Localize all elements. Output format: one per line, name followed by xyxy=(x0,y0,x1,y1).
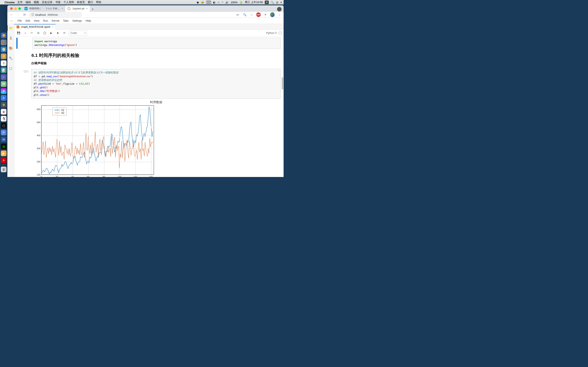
menu-help[interactable]: 帮助 xyxy=(96,0,101,4)
battery-icon[interactable]: 🔋 xyxy=(240,1,243,4)
reload-button[interactable]: ⟳ xyxy=(22,13,26,17)
run-button[interactable]: ▶ xyxy=(49,31,53,34)
filebrowser-icon[interactable]: 📁 xyxy=(7,25,14,31)
translate-icon[interactable]: ⇄ xyxy=(235,12,240,17)
paste-button[interactable]: 📋 xyxy=(43,31,47,34)
dock-reminders[interactable]: ✓ xyxy=(1,74,7,80)
dock-activity[interactable]: ▤ xyxy=(1,143,7,149)
code-editor[interactable]: ## 读取时间序列数据,该数据包含:X1为飞机乘客数据,X2为一组随机数据 df… xyxy=(31,69,281,99)
cat-icon[interactable]: 🐱 xyxy=(201,1,204,4)
close-tab-icon[interactable]: × xyxy=(62,7,63,10)
kernel-status-icon[interactable] xyxy=(279,32,282,34)
menu-edit[interactable]: 编辑 xyxy=(26,0,31,4)
siri-icon[interactable]: ◎ xyxy=(276,1,278,4)
back-button[interactable]: ← xyxy=(9,13,13,17)
dock-maps[interactable]: 🗺 xyxy=(1,81,7,87)
volume-icon[interactable]: 🔊 xyxy=(225,1,229,4)
dock-launchpad[interactable]: 🚀 xyxy=(1,40,7,45)
code-cell[interactable]: [3]: ## 读取时间序列数据,该数据包含:X1为飞机乘客数据,X2为一组随机… xyxy=(17,69,281,99)
dock-trash[interactable]: 🗑 xyxy=(1,167,7,172)
zoom-icon[interactable]: 🔍 xyxy=(242,12,247,17)
jlab-main: chap6_时间序列分析.ipynb × 💾 ＋ ✂ ⧉ 📋 ▶ ■ ⟳ Cod… xyxy=(14,24,284,177)
browser-tab-jupyterlab[interactable]: JupyterLab × xyxy=(65,5,90,12)
jmenu-file[interactable]: File xyxy=(17,19,22,22)
dock-calendar[interactable]: 9 xyxy=(1,60,7,66)
close-tab-icon[interactable]: × xyxy=(52,25,53,28)
close-tab-icon[interactable]: × xyxy=(86,7,87,10)
dock-terminal[interactable]: ▢ xyxy=(1,123,7,128)
omnibox[interactable]: ⓘ localhost:8888/lab xyxy=(29,12,82,17)
menu-tabs[interactable]: 标签页 xyxy=(77,0,85,4)
jmenu-kernel[interactable]: Kernel xyxy=(52,19,60,22)
app-name[interactable]: Chrome xyxy=(4,1,15,4)
tools-icon[interactable]: 🔧 xyxy=(7,55,14,61)
clock[interactable]: 周三 上午10:50 xyxy=(245,0,263,4)
menu-bookmarks[interactable]: 书签 xyxy=(55,0,61,4)
tabs-icon[interactable]: ▢ xyxy=(7,66,14,71)
new-tab-button[interactable]: ＋ xyxy=(90,6,95,12)
profile-avatar[interactable] xyxy=(270,12,275,17)
dock-notes[interactable]: 📝 xyxy=(1,67,7,73)
dock-finder[interactable]: 😊 xyxy=(1,33,7,38)
notification-center-icon[interactable]: ≡ xyxy=(280,1,282,4)
dock-rstudio[interactable]: R xyxy=(1,130,7,135)
dock-acrobat[interactable]: A xyxy=(1,157,7,163)
notebook-area[interactable]: import warnings warnings.filterwarnings(… xyxy=(14,36,284,177)
copy-button[interactable]: ⧉ xyxy=(36,31,40,35)
wifi-icon[interactable]: ⌔ xyxy=(222,1,223,4)
dock-qq[interactable]: 🐧 xyxy=(1,116,7,122)
dock-safari[interactable]: 🧭 xyxy=(1,47,7,52)
dock-contacts[interactable]: 📒 xyxy=(1,53,7,59)
spotlight-icon[interactable]: 🔍 xyxy=(271,1,274,4)
window-controls xyxy=(9,5,22,12)
jmenu-help[interactable]: Help xyxy=(86,19,91,22)
markdown-cell[interactable]: 6.1 时间序列的相关检验 白噪声检验 xyxy=(17,50,281,67)
extensions-icon[interactable]: ✦ xyxy=(263,12,268,17)
bluetooth-icon[interactable]: ⧺ xyxy=(217,1,220,4)
stop-button[interactable]: ■ xyxy=(56,31,60,34)
bookmark-star-icon[interactable]: ☆ xyxy=(249,12,254,17)
site-info-icon[interactable]: ⓘ xyxy=(31,13,34,17)
code-editor[interactable]: import warnings warnings.filterwarnings(… xyxy=(32,38,281,49)
dock-chrome[interactable]: ◉ xyxy=(1,109,7,115)
menu-view[interactable]: 视图 xyxy=(34,0,39,4)
jupyter-logo-icon[interactable] xyxy=(9,18,14,23)
jmenu-edit[interactable]: Edit xyxy=(26,19,30,22)
creative-cloud-icon[interactable]: ◐ xyxy=(213,1,215,4)
dock-vlc[interactable]: ▶ xyxy=(1,150,7,156)
dock-appstore[interactable]: A xyxy=(1,95,7,101)
scrollbar-thumb[interactable] xyxy=(282,77,283,90)
cell-focus-bar xyxy=(16,38,17,49)
notebook-tab[interactable]: chap6_时间序列分析.ipynb × xyxy=(14,24,56,30)
menu-file[interactable]: 文件 xyxy=(17,0,23,4)
insert-cell-button[interactable]: ＋ xyxy=(23,31,27,35)
maximize-window-button[interactable] xyxy=(18,7,21,10)
jmenu-settings[interactable]: Settings xyxy=(72,19,82,22)
profile-chip[interactable] xyxy=(277,7,282,11)
chrome-menu-icon[interactable]: ⋮ xyxy=(277,12,282,17)
save-button[interactable]: 💾 xyxy=(16,31,21,34)
menu-window[interactable]: 窗口 xyxy=(88,0,93,4)
screenrec-icon[interactable]: ◉ xyxy=(197,1,199,4)
jmenu-view[interactable]: View xyxy=(34,19,39,22)
kernel-name[interactable]: Python 3 xyxy=(266,31,277,34)
ime-indicator[interactable]: 拼 xyxy=(265,1,269,4)
forward-button[interactable]: → xyxy=(16,13,20,17)
dock-photos[interactable]: ✿ xyxy=(1,88,7,94)
close-window-button[interactable] xyxy=(10,7,13,10)
minimize-window-button[interactable] xyxy=(14,7,17,10)
dock-word[interactable]: W xyxy=(1,137,7,142)
cut-button[interactable]: ✂ xyxy=(29,31,34,34)
celltype-select[interactable]: Code xyxy=(69,31,87,35)
code-cell[interactable]: import warnings warnings.filterwarnings(… xyxy=(16,38,281,49)
jmenu-tabs[interactable]: Tabs xyxy=(63,19,69,22)
restart-button[interactable]: ⟳ xyxy=(62,31,67,34)
commands-icon[interactable]: 🎨 xyxy=(7,45,14,51)
menu-history[interactable]: 历史记录 xyxy=(42,0,52,4)
dock-settings[interactable]: ⚙ xyxy=(1,102,7,108)
menu-profiles[interactable]: 个人资料 xyxy=(63,0,74,4)
adblock-icon[interactable]: ABP xyxy=(256,12,261,17)
jmenu-run[interactable]: Run xyxy=(43,19,48,22)
running-icon[interactable]: 🏃 xyxy=(7,35,14,41)
browser-tab-bilibili[interactable]: tv 哔哩哔哩 (゜-゜)つロ 干杯~-bili × xyxy=(22,5,65,12)
